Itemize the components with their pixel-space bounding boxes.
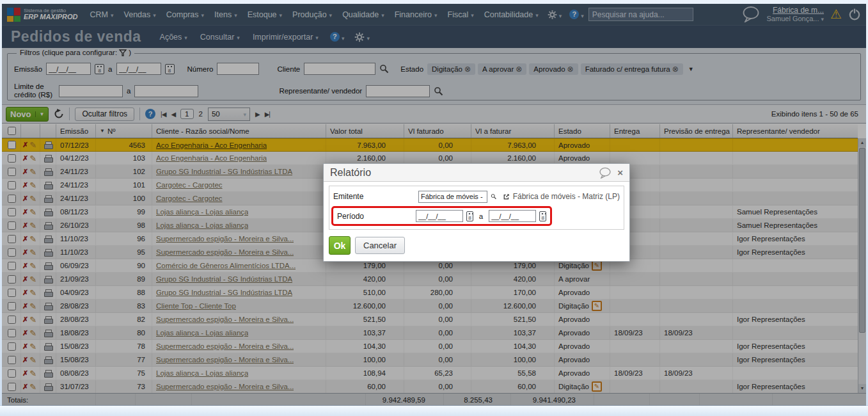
close-icon[interactable]	[617, 168, 623, 177]
window-bottom-frame	[0, 405, 868, 416]
periodo-highlight-box: Período a	[331, 206, 552, 226]
chat-bubble-icon[interactable]	[598, 167, 612, 179]
cancelar-button[interactable]: Cancelar	[355, 237, 405, 254]
open-external-icon[interactable]	[503, 192, 509, 202]
periodo-from-input[interactable]	[416, 210, 463, 222]
erp-app: Sistema de gestão ERP MAXIPROD CRM Venda…	[2, 4, 866, 406]
browser-frame: Sistema de gestão ERP MAXIPROD CRM Venda…	[0, 0, 868, 416]
relatorio-dialog: Relatório Emitente Fábrica de móveis - M…	[323, 163, 630, 262]
periodo-label: Período	[337, 212, 413, 221]
range-a-label: a	[477, 212, 485, 220]
emitente-input[interactable]	[418, 191, 487, 203]
dialog-form-box: Emitente Fábrica de móveis - Matriz (LP)…	[329, 186, 624, 230]
dialog-titlebar: Relatório	[324, 164, 629, 182]
ok-button[interactable]: Ok	[329, 236, 351, 255]
emitente-label: Emitente	[333, 192, 415, 201]
dialog-body: Emitente Fábrica de móveis - Matriz (LP)…	[324, 182, 629, 261]
emitente-link[interactable]: Fábrica de móveis - Matriz (LP)	[513, 192, 620, 201]
calendar-icon[interactable]	[539, 211, 546, 221]
dialog-title: Relatório	[330, 167, 371, 179]
calendar-icon[interactable]	[466, 211, 473, 221]
search-icon[interactable]	[491, 191, 496, 202]
periodo-to-input[interactable]	[489, 210, 536, 222]
